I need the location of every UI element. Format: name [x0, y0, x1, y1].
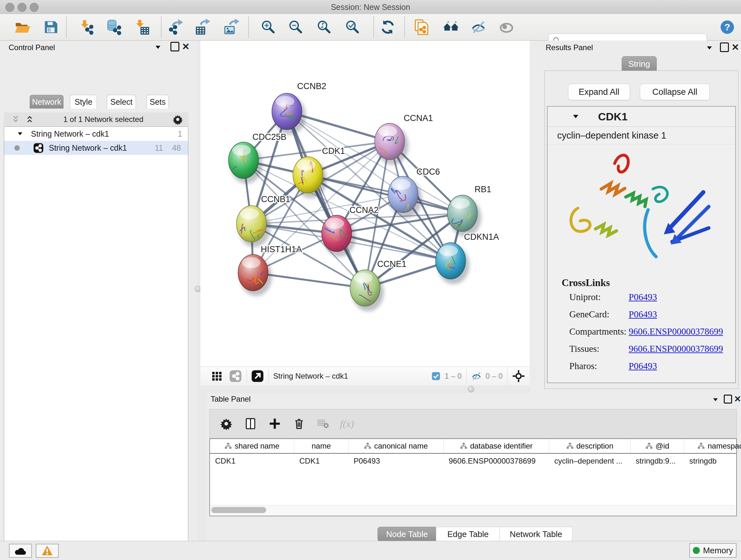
results-panel-close-icon[interactable]: ✕: [731, 42, 739, 53]
protein-collapse-icon[interactable]: [571, 112, 580, 121]
results-panel-menu-icon[interactable]: [705, 44, 714, 52]
table-hscrollbar-thumb[interactable]: [211, 507, 266, 513]
network-edge[interactable]: [287, 111, 365, 288]
crosslink-value-link[interactable]: P06493: [629, 309, 657, 320]
network-row[interactable]: String Network – cdk1 11 48: [4, 141, 188, 155]
table-cell[interactable]: cyclin–dependent ...: [549, 454, 630, 469]
table-cell[interactable]: CDK1: [210, 454, 294, 469]
network-view[interactable]: CCNB2CCNA1CDC25BCDK1CDC6RB1CCNB1CCNA2CDK…: [200, 41, 530, 367]
home-button[interactable]: [441, 18, 460, 37]
collapse-all-button[interactable]: Collapse All: [640, 84, 710, 100]
protein-header-row[interactable]: CDK1: [548, 107, 735, 127]
network-node-CCNA1[interactable]: CCNA1: [375, 113, 433, 165]
table-panel-menu-icon[interactable]: [712, 396, 719, 403]
delete-column-trash-icon[interactable]: [293, 417, 306, 430]
crosslink-value-link[interactable]: P06493: [629, 361, 657, 371]
crosslink-value-link[interactable]: P06493: [629, 292, 657, 302]
network-node-CCNE1[interactable]: CCNE1: [350, 259, 407, 311]
network-canvas[interactable]: CCNB2CCNA1CDC25BCDK1CDC6RB1CCNB1CCNA2CDK…: [200, 41, 530, 367]
import-database-button[interactable]: [105, 18, 123, 37]
expand-all-button[interactable]: Expand All: [568, 84, 630, 100]
selected-checkbox-icon[interactable]: [431, 371, 441, 381]
cloud-button[interactable]: [9, 544, 32, 558]
string-share-icon[interactable]: [229, 370, 242, 382]
tab-network-table[interactable]: Network Table: [499, 527, 572, 542]
network-node-CDKN1A[interactable]: CDKN1A: [435, 232, 499, 284]
warnings-button[interactable]: [36, 544, 59, 558]
collection-expand-icon[interactable]: [16, 130, 24, 138]
birdseye-grid-icon[interactable]: [211, 370, 223, 382]
control-panel-float-icon[interactable]: [171, 42, 179, 51]
network-node-HIST1H1A[interactable]: HIST1H1A: [238, 245, 302, 296]
export-network-button[interactable]: [166, 18, 185, 37]
column-header-canonical-name[interactable]: canonical name: [348, 439, 444, 453]
control-panel-menu-icon[interactable]: [154, 43, 162, 51]
crosslink-value-link[interactable]: 9606.ENSP00000378699: [629, 326, 723, 337]
table-cell[interactable]: 9606.ENSP00000378699: [444, 454, 549, 469]
zoom-selected-button[interactable]: [343, 18, 361, 37]
table-cell[interactable]: CDK1: [294, 454, 348, 469]
collection-name: String Network – cdk1: [31, 129, 109, 138]
help-button[interactable]: [718, 18, 737, 37]
protein-description: cyclin–dependent kinase 1: [557, 130, 666, 141]
table-cell[interactable]: P06493: [348, 454, 444, 469]
show-columns-icon[interactable]: [244, 417, 257, 430]
open-in-window-icon[interactable]: [251, 370, 264, 382]
network-options-gear-icon[interactable]: [172, 114, 183, 125]
column-header-description[interactable]: description: [549, 439, 630, 453]
network-edge[interactable]: [308, 175, 462, 213]
open-folder-icon: [14, 19, 30, 36]
tab-select[interactable]: Select: [107, 95, 136, 109]
duplicate-button[interactable]: [413, 18, 431, 37]
tab-edge-table[interactable]: Edge Table: [436, 527, 500, 542]
memory-button[interactable]: Memory: [689, 543, 737, 558]
table-panel-close-icon[interactable]: ✕: [734, 394, 741, 404]
zoom-fit-button[interactable]: [315, 18, 333, 37]
network-node-RB1[interactable]: RB1: [448, 185, 491, 237]
table-settings-gear-icon[interactable]: [220, 417, 232, 430]
table-row[interactable]: CDK1CDK1P064939606.ENSP00000378699cyclin…: [210, 454, 736, 469]
column-header-@id[interactable]: @id: [630, 439, 684, 453]
results-panel-float-icon[interactable]: [720, 43, 729, 52]
eye-slash-button[interactable]: [469, 18, 488, 37]
left-splitter-handle[interactable]: [195, 286, 201, 292]
network-node-CDC25B[interactable]: CDC25B: [226, 132, 286, 184]
column-header-shared-name[interactable]: shared name: [210, 439, 294, 453]
collapse-all-icon[interactable]: [11, 115, 20, 124]
zoom-out-button[interactable]: [286, 18, 305, 37]
table-splitter-handle[interactable]: [468, 386, 474, 392]
tab-node-table[interactable]: Node Table: [378, 527, 436, 542]
table-cell[interactable]: stringdb: [684, 454, 741, 469]
add-column-icon[interactable]: [268, 417, 281, 430]
tab-sets[interactable]: Sets: [146, 95, 169, 109]
table-panel-float-icon[interactable]: [724, 395, 732, 403]
import-table-button[interactable]: [132, 18, 151, 37]
crosslink-value-link[interactable]: 9606.ENSP00000378699: [629, 344, 723, 354]
tab-network[interactable]: Network: [30, 95, 64, 109]
column-header-database-identifier[interactable]: database identifier: [444, 439, 549, 453]
tab-style[interactable]: Style: [70, 95, 97, 109]
table-body: CDK1CDK1P064939606.ENSP00000378699cyclin…: [210, 454, 736, 469]
expand-all-icon[interactable]: [25, 115, 35, 124]
network-node-CCNB2[interactable]: CCNB2: [272, 81, 327, 135]
save-button[interactable]: [42, 18, 60, 37]
table-hscrollbar[interactable]: [211, 505, 736, 515]
fit-selected-crosshair-icon[interactable]: [512, 369, 525, 383]
results-tab-string[interactable]: String: [622, 56, 657, 71]
column-header-namespace[interactable]: namespace: [684, 439, 741, 453]
import-network-button[interactable]: [77, 18, 96, 37]
tab-label: Edge Table: [448, 530, 489, 539]
column-header-name[interactable]: name: [294, 439, 348, 453]
zoom-in-button[interactable]: [259, 18, 277, 37]
table-cell[interactable]: stringdb:9...: [630, 454, 684, 469]
node-gloss: [354, 273, 373, 284]
network-collection-row[interactable]: String Network – cdk1 1: [4, 127, 188, 141]
export-image-button[interactable]: [222, 18, 240, 37]
export-table-button[interactable]: [194, 18, 212, 37]
network-node-CCNA2[interactable]: CCNA2: [322, 205, 379, 257]
refresh-button[interactable]: [379, 18, 397, 37]
open-folder-button[interactable]: [13, 18, 31, 37]
control-panel-close-icon[interactable]: ✕: [182, 41, 190, 52]
zoom-selected-icon: [344, 19, 360, 36]
eye-button[interactable]: [497, 18, 516, 37]
